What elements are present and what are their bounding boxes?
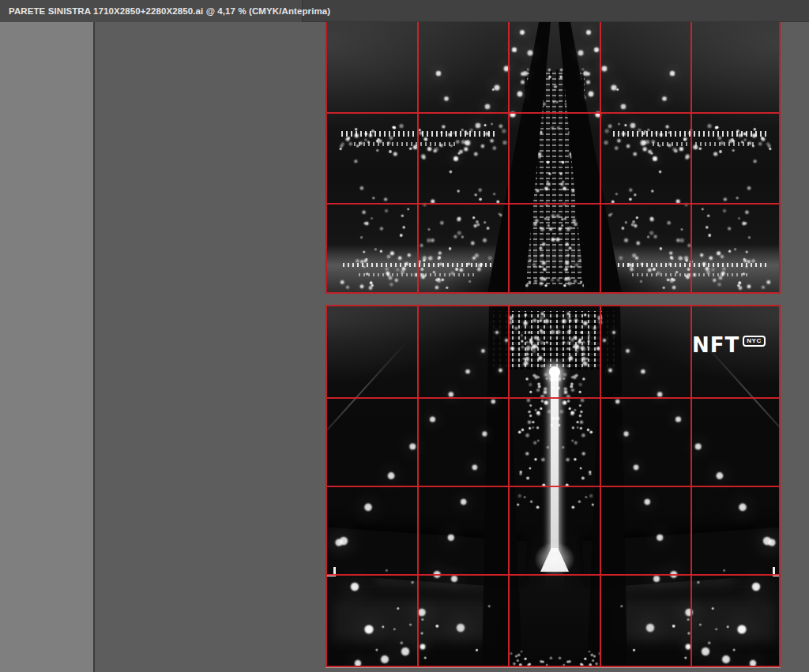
grid-line-horizontal bbox=[327, 397, 779, 399]
artboard-bottom-edge bbox=[325, 667, 781, 668]
grid-line-horizontal bbox=[327, 112, 779, 114]
document-tab-bar: PARETE SINISTRA 1710X2850+2280X2850.ai @… bbox=[0, 0, 809, 22]
background-panel bbox=[0, 0, 93, 672]
cut-grid-lines bbox=[327, 22, 779, 292]
grid-line-vertical bbox=[417, 22, 419, 292]
grid-line-horizontal bbox=[327, 486, 779, 487]
cut-grid-lines bbox=[327, 306, 779, 666]
artboard-top[interactable] bbox=[325, 22, 781, 294]
grid-line-horizontal bbox=[327, 203, 779, 205]
grid-line-horizontal bbox=[327, 574, 779, 576]
grid-line-vertical bbox=[600, 22, 601, 292]
grid-line-vertical bbox=[690, 22, 692, 292]
illustrator-workspace: PARETE SINISTRA 1710X2850+2280X2850.ai @… bbox=[0, 0, 809, 672]
grid-line-vertical bbox=[508, 22, 510, 292]
artboard-bottom[interactable]: NFT NYC bbox=[325, 305, 781, 667]
document-tab[interactable]: PARETE SINISTRA 1710X2850+2280X2850.ai @… bbox=[0, 0, 303, 22]
document-title: PARETE SINISTRA 1710X2850+2280X2850.ai @… bbox=[9, 6, 330, 16]
